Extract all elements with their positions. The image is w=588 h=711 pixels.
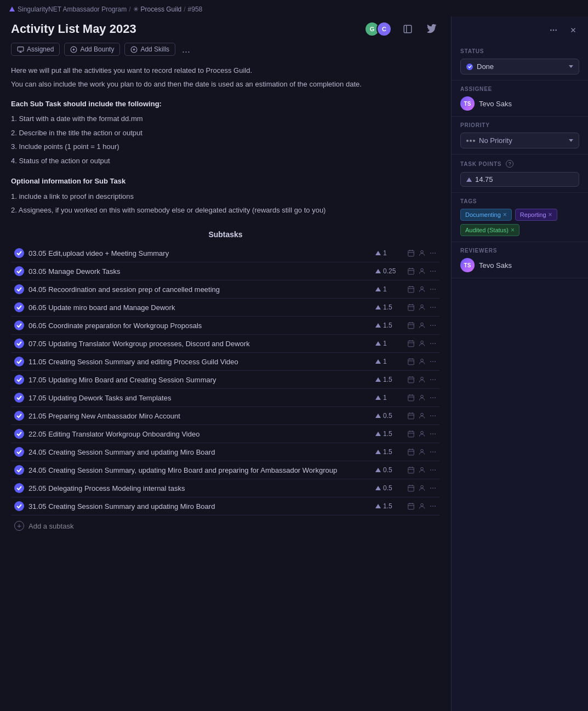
add-bounty-button[interactable]: Add Bounty [64, 43, 120, 56]
tag-reporting-remove[interactable]: × [549, 211, 552, 219]
check-icon [14, 447, 24, 457]
user-icon[interactable] [418, 358, 426, 365]
status-dropdown[interactable]: Done [460, 59, 579, 74]
calendar-icon[interactable] [407, 322, 415, 329]
tag-documenting-remove[interactable]: × [503, 211, 507, 219]
dots-icon[interactable] [429, 502, 437, 510]
svg-point-49 [430, 325, 431, 326]
tag-audited[interactable]: Audited (Status) × [460, 224, 520, 236]
calendar-icon[interactable] [407, 412, 415, 420]
table-row[interactable]: 06.05 Coordinate preparation for Workgro… [11, 317, 440, 335]
calendar-icon[interactable] [407, 249, 415, 257]
user-icon[interactable] [418, 340, 426, 347]
table-row[interactable]: 21.05 Preparing New Ambassador Miro Acco… [11, 407, 440, 425]
table-row[interactable]: 04.05 Recoordination and session prep of… [11, 280, 440, 299]
dots-icon[interactable] [429, 484, 437, 492]
table-row[interactable]: 24.05 Creating Session Summary and updat… [11, 443, 440, 461]
tag-documenting[interactable]: Documenting × [460, 209, 512, 221]
check-icon [14, 483, 24, 493]
tag-audited-remove[interactable]: × [511, 226, 515, 234]
table-row[interactable]: 17.05 Updating Dework Tasks and Template… [11, 389, 440, 407]
user-icon[interactable] [418, 430, 426, 438]
user-icon[interactable] [418, 502, 426, 510]
dots-icon[interactable] [429, 394, 437, 402]
calendar-icon[interactable] [407, 448, 415, 456]
dots-icon[interactable] [429, 249, 437, 257]
user-icon[interactable] [418, 466, 426, 474]
subtask-points: 1 [375, 249, 403, 257]
dots-icon[interactable] [429, 448, 437, 456]
user-icon[interactable] [418, 285, 426, 293]
svg-point-131 [435, 506, 436, 507]
user-icon[interactable] [418, 484, 426, 492]
user-icon[interactable] [418, 267, 426, 275]
svg-point-35 [435, 289, 436, 290]
user-icon[interactable] [418, 322, 426, 329]
user-icon[interactable] [418, 448, 426, 456]
svg-rect-76 [408, 395, 414, 402]
dots-icon[interactable] [429, 430, 437, 438]
user-icon[interactable] [418, 303, 426, 311]
table-row[interactable]: 07.05 Updating Translator Workgroup proc… [11, 335, 440, 353]
assignee-section: ASSIGNEE TS Tevo Saks [452, 81, 588, 117]
table-row[interactable]: 17.05 Updating Miro Board and Creating S… [11, 371, 440, 389]
subtask-points: 1 [375, 358, 403, 365]
dots-icon[interactable] [429, 303, 437, 311]
user-icon[interactable] [418, 376, 426, 383]
dots-icon[interactable] [429, 285, 437, 293]
table-row[interactable]: 31.05 Creating Session Summary and updat… [11, 497, 440, 515]
desc-list-1: 1. Start with a date with the format dd.… [11, 112, 440, 168]
table-row[interactable]: 25.05 Delegating Process Modeling intern… [11, 479, 440, 497]
calendar-icon[interactable] [407, 394, 415, 402]
calendar-icon[interactable] [407, 466, 415, 474]
subtask-actions [407, 430, 437, 438]
dots-icon[interactable] [429, 322, 437, 329]
calendar-icon[interactable] [407, 502, 415, 510]
tag-reporting[interactable]: Reporting × [515, 209, 557, 221]
calendar-icon[interactable] [407, 340, 415, 347]
calendar-icon[interactable] [407, 285, 415, 293]
subtasks-container: 03.05 Edit,upload video + Meeting Summar… [11, 244, 440, 515]
add-skills-button[interactable]: Add Skills [124, 43, 175, 56]
calendar-icon[interactable] [407, 358, 415, 365]
dots-icon[interactable] [429, 267, 437, 275]
priority-dropdown[interactable]: No Priority [460, 133, 579, 148]
svg-point-105 [430, 452, 431, 453]
table-row[interactable]: 11.05 Creating Session Summary and editi… [11, 353, 440, 371]
points-value: 1 [383, 394, 387, 402]
close-icon[interactable] [565, 22, 581, 38]
calendar-icon[interactable] [407, 430, 415, 438]
calendar-icon[interactable] [407, 376, 415, 383]
table-row[interactable]: 24.05 Creating Session Summary, updating… [11, 461, 440, 479]
subtask-actions [407, 448, 437, 456]
table-row[interactable]: 06.05 Update miro board and Manage Dewor… [11, 299, 440, 317]
subtask-actions [407, 303, 437, 311]
add-subtask-button[interactable]: + Add a subtask [11, 515, 440, 536]
more-options-button[interactable]: ... [180, 44, 192, 55]
svg-point-17 [430, 253, 431, 254]
subtask-actions [407, 394, 437, 402]
user-icon[interactable] [418, 394, 426, 402]
dots-icon[interactable] [429, 340, 437, 347]
calendar-icon[interactable] [407, 303, 415, 311]
bookmark-icon[interactable] [399, 21, 416, 37]
user-icon[interactable] [418, 249, 426, 257]
svg-point-48 [421, 323, 424, 326]
dots-icon[interactable] [429, 466, 437, 474]
table-row[interactable]: 22.05 Editing Translator Workgroup Onboa… [11, 425, 440, 443]
table-row[interactable]: 03.05 Edit,upload video + Meeting Summar… [11, 244, 440, 262]
dots-icon[interactable] [429, 376, 437, 383]
svg-point-98 [432, 434, 433, 435]
table-row[interactable]: 03.05 Manage Dework Tasks 0.25 [11, 262, 440, 280]
more-dots-icon[interactable] [545, 22, 562, 38]
dots-icon[interactable] [429, 412, 437, 420]
breadcrumb: SingularityNET Ambassador Program / ✳ Pr… [0, 0, 588, 16]
twitter-icon[interactable] [424, 21, 440, 37]
calendar-icon[interactable] [407, 267, 415, 275]
assigned-button[interactable]: Assigned [11, 43, 60, 56]
user-icon[interactable] [418, 412, 426, 420]
subtask-title: 25.05 Delegating Process Modeling intern… [28, 484, 371, 492]
dots-icon[interactable] [429, 358, 437, 365]
points-value: 1.5 [383, 322, 392, 329]
calendar-icon[interactable] [407, 484, 415, 492]
